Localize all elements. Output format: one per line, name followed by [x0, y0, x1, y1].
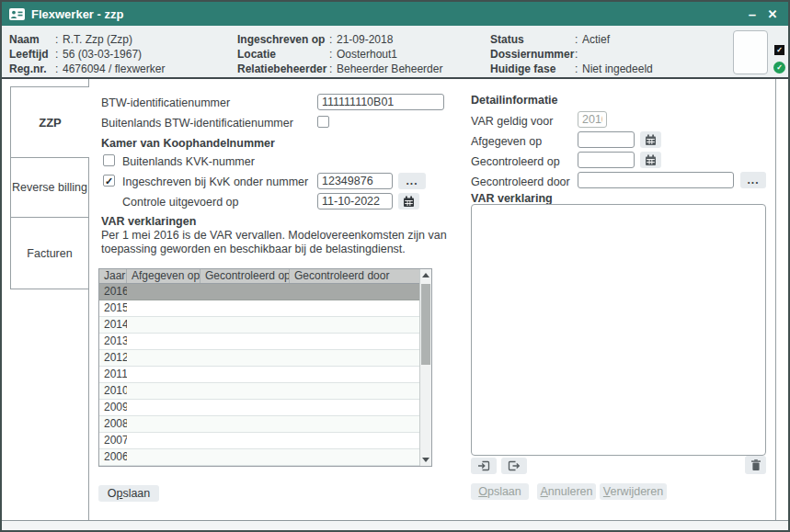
- header-field: Relatiebeheerder : Beheerder Beheerder: [237, 62, 442, 76]
- table-row[interactable]: 2016: [99, 284, 419, 300]
- tab-facturen[interactable]: Facturen: [10, 217, 89, 289]
- kvk-section-header: Kamer van Koophandelnummer: [101, 136, 275, 151]
- table-row[interactable]: 2015: [99, 300, 419, 317]
- delete-statement-button[interactable]: [745, 456, 766, 474]
- checked-by-lookup-button[interactable]: ...: [740, 172, 766, 188]
- cell-gecontroleerd-op: [200, 334, 290, 349]
- person-header: Naam : R.T. Zzp (Zzp) Leeftijd : 56 (03-…: [2, 26, 788, 79]
- table-row[interactable]: 2010: [99, 383, 419, 400]
- save-button-left[interactable]: Opslaan: [98, 485, 159, 502]
- cell-gecontroleerd-door: [290, 367, 419, 382]
- title-bar: Flexwerker - zzp – ✕: [2, 2, 788, 26]
- header-field-separator: :: [55, 32, 63, 47]
- header-field-label: Leeftijd: [9, 47, 55, 62]
- issued-on-label: Afgegeven op: [471, 134, 542, 149]
- cell-afgegeven-op: [127, 433, 200, 448]
- controle-date-input[interactable]: [317, 193, 393, 209]
- foreign-kvk-checkbox[interactable]: [103, 154, 115, 166]
- header-field: Status : Actief: [490, 32, 653, 47]
- flexwerker-window: Flexwerker - zzp – ✕ Naam : R.T. Zzp (Zz…: [0, 0, 790, 532]
- scrollbar-thumb[interactable]: [421, 284, 430, 365]
- cell-gecontroleerd-door: [290, 416, 419, 432]
- cell-jaar: 2007: [99, 433, 127, 448]
- kvk-lookup-button[interactable]: ...: [398, 173, 426, 189]
- var-valid-label: VAR geldig voor: [471, 114, 553, 129]
- header-field: Ingeschreven op : 21-09-2018: [237, 32, 442, 47]
- cell-gecontroleerd-door: [290, 433, 419, 448]
- table-scrollbar[interactable]: [419, 269, 431, 466]
- black-checkbox-icon[interactable]: ✓: [774, 45, 784, 55]
- table-row[interactable]: 2008: [99, 416, 419, 433]
- cell-gecontroleerd-door: [290, 383, 419, 399]
- detail-section-header: Detailinformatie: [471, 93, 557, 108]
- header-field-value: Oosterhout1: [337, 47, 397, 62]
- export-button[interactable]: [501, 458, 527, 474]
- header-field-separator: :: [55, 62, 63, 76]
- table-row[interactable]: 2014: [99, 317, 419, 334]
- controle-calendar-button[interactable]: [398, 193, 419, 209]
- controle-label: Controle uitgevoerd op: [122, 195, 238, 209]
- cell-gecontroleerd-op: [200, 367, 290, 382]
- green-check-status-icon: ✓: [773, 62, 785, 74]
- export-icon: [508, 460, 521, 472]
- column-header-gecontroleerd-op: Gecontroleerd op: [200, 269, 290, 283]
- cell-jaar: 2008: [99, 416, 127, 432]
- header-field-label: Locatie: [237, 47, 329, 62]
- table-row[interactable]: 2012: [99, 350, 419, 367]
- checked-on-calendar-button[interactable]: [640, 152, 661, 168]
- scroll-down-arrow-icon[interactable]: [420, 454, 431, 466]
- cell-afgegeven-op: [127, 334, 200, 349]
- checked-by-input[interactable]: [578, 172, 734, 188]
- scroll-up-arrow-icon[interactable]: [420, 269, 431, 281]
- save-button-detail[interactable]: Opslaan: [471, 483, 529, 500]
- header-field: Dossiernummer :: [490, 47, 653, 62]
- close-button[interactable]: ✕: [762, 2, 783, 26]
- header-field: Leeftijd : 56 (03-03-1967): [9, 47, 165, 62]
- cell-gecontroleerd-door: [290, 449, 419, 465]
- header-field-separator: :: [575, 47, 582, 62]
- var-statement-textarea[interactable]: [471, 204, 766, 456]
- import-button[interactable]: [471, 458, 497, 474]
- cell-jaar: 2009: [99, 400, 127, 415]
- table-row[interactable]: 2009: [99, 400, 419, 416]
- cell-jaar: 2015: [99, 300, 127, 316]
- cell-jaar: 2012: [99, 350, 127, 366]
- cell-jaar: 2016: [99, 284, 127, 300]
- cell-jaar: 2013: [99, 334, 127, 349]
- flexwerker-app-icon: [9, 8, 25, 20]
- cell-gecontroleerd-door: [290, 334, 419, 349]
- panel-right-border: [775, 79, 776, 520]
- ellipsis-icon: ...: [406, 177, 418, 185]
- cell-afgegeven-op: [127, 449, 200, 465]
- header-column-2: Ingeschreven op : 21-09-2018 Locatie : O…: [237, 32, 442, 76]
- table-row[interactable]: 2013: [99, 334, 419, 350]
- cell-gecontroleerd-op: [200, 449, 290, 465]
- table-row[interactable]: 2006: [99, 449, 419, 466]
- table-row[interactable]: 2007: [99, 433, 419, 449]
- column-header-afgegeven-op: Afgegeven op: [127, 269, 200, 283]
- cancel-button[interactable]: Annuleren: [537, 483, 596, 500]
- table-row[interactable]: 2011: [99, 367, 419, 383]
- header-field-separator: :: [329, 32, 337, 47]
- delete-button[interactable]: Verwijderen: [600, 483, 667, 500]
- cell-gecontroleerd-op: [200, 433, 290, 448]
- checked-on-input[interactable]: [578, 152, 635, 168]
- cell-gecontroleerd-op: [200, 383, 290, 399]
- window-title: Flexwerker - zzp: [31, 7, 123, 21]
- foreign-btw-label: Buitenlands BTW-identificatienummer: [101, 116, 293, 130]
- header-field-label: Naam: [9, 32, 55, 47]
- cell-afgegeven-op: [127, 300, 200, 316]
- cell-gecontroleerd-door: [290, 400, 419, 415]
- tab-zzp[interactable]: ZZP: [10, 86, 89, 158]
- calendar-icon: [645, 154, 657, 166]
- issued-on-input[interactable]: [578, 131, 635, 148]
- foreign-btw-checkbox[interactable]: [317, 116, 329, 128]
- minimize-button[interactable]: –: [742, 2, 762, 26]
- btw-input[interactable]: [317, 94, 444, 110]
- kvk-number-input[interactable]: [317, 173, 393, 189]
- issued-on-calendar-button[interactable]: [640, 131, 661, 148]
- tab-reverse-billing[interactable]: Reverse billing: [10, 157, 89, 218]
- header-field-value: R.T. Zzp (Zzp): [63, 32, 132, 47]
- kvk-registered-checkbox[interactable]: ✓: [103, 175, 115, 187]
- header-field-label: Relatiebeheerder: [237, 62, 329, 76]
